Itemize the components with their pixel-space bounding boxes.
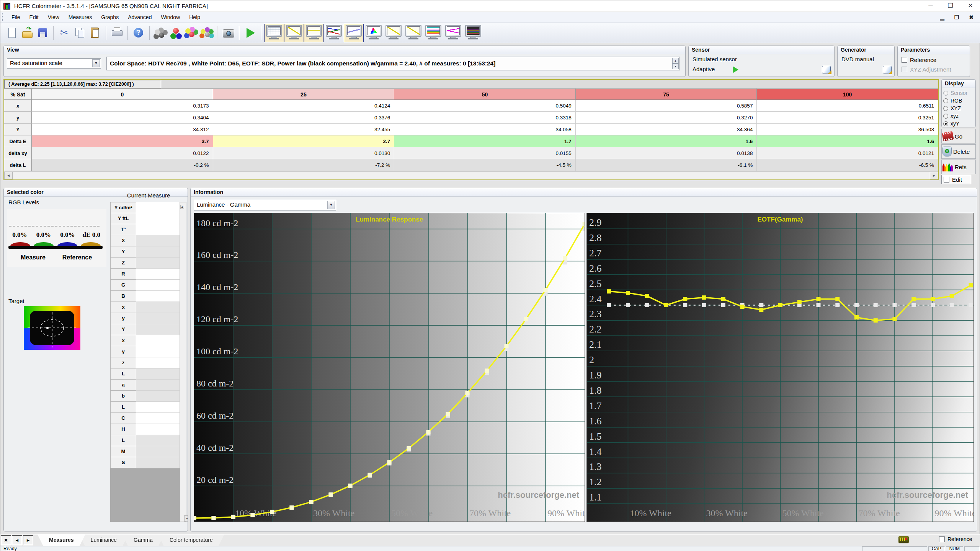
print-button[interactable] (109, 25, 124, 41)
table-cell[interactable]: 2.7 (213, 135, 395, 147)
table-cell[interactable]: 34.058 (394, 124, 576, 135)
view-luminance-graph[interactable] (284, 24, 304, 42)
radio-icon[interactable] (943, 114, 948, 119)
table-cell[interactable]: 0.0122 (32, 147, 213, 159)
measure-colorchecker-button[interactable] (199, 25, 214, 41)
measure-saturations-button[interactable] (183, 25, 199, 41)
tab-measures[interactable]: Measures (38, 535, 85, 546)
table-cell[interactable]: 0.3376 (213, 112, 395, 124)
scroll-right-icon[interactable]: ► (930, 172, 938, 179)
reference-checkbox-bottom[interactable] (939, 536, 945, 542)
edit-button[interactable]: Edit (941, 175, 971, 184)
measure-grayscale-button[interactable] (153, 25, 168, 41)
measure-primaries-button[interactable] (168, 25, 183, 41)
table-cell[interactable]: 0.3270 (576, 112, 757, 124)
close-tab-button[interactable]: ✕ (1, 535, 11, 545)
table-cell[interactable]: 0.0130 (213, 147, 395, 159)
table-cell[interactable]: -4.5 % (394, 159, 576, 171)
delete-button[interactable]: Delete (941, 144, 976, 159)
table-cell[interactable]: 32.455 (213, 124, 395, 135)
reference-checkbox-bottom-row[interactable]: Reference (939, 536, 972, 542)
view-rgb-levels-graph[interactable] (324, 24, 344, 42)
view-gamma-graph[interactable] (304, 24, 324, 42)
table-cell[interactable]: 0.3251 (757, 112, 938, 124)
mdi-restore-button[interactable]: ❐ (954, 14, 959, 20)
radio-icon[interactable] (943, 98, 948, 103)
table-cell[interactable]: 34.312 (32, 124, 213, 135)
table-cell[interactable]: 1.6 (757, 135, 938, 147)
view-color-levels-graph[interactable] (423, 24, 443, 42)
menu-advanced[interactable]: Advanced (123, 12, 156, 23)
restore-button[interactable]: ❐ (941, 0, 960, 11)
display-option-xyy[interactable]: xyY (943, 120, 974, 127)
display-option-xyz[interactable]: XYZ (943, 104, 974, 112)
tab-gamma[interactable]: Gamma (122, 535, 164, 546)
menu-measures[interactable]: Measures (64, 12, 96, 23)
new-file-button[interactable] (4, 25, 20, 41)
colorimeter-device-icon[interactable] (898, 536, 909, 543)
minimize-button[interactable]: ─ (921, 0, 941, 11)
paste-button[interactable] (87, 25, 103, 41)
table-cell[interactable]: -6.1 % (576, 159, 757, 171)
tab-color-temperature[interactable]: Color temperature (158, 535, 224, 546)
table-cell[interactable]: 0.5049 (394, 100, 576, 112)
table-cell[interactable]: 0.3318 (394, 112, 576, 124)
menu-view[interactable]: View (43, 12, 64, 23)
view-nearblack-graph[interactable] (344, 24, 364, 42)
scale-selector-dropdown[interactable]: Red saturation scale ▼ (7, 58, 101, 68)
save-button[interactable] (35, 25, 50, 41)
table-cell[interactable]: 3.7 (32, 135, 213, 147)
close-button[interactable]: ✕ (960, 0, 980, 11)
horizontal-scrollbar[interactable]: ◄ ► (4, 171, 938, 179)
menu-file[interactable]: File (7, 12, 25, 23)
capture-snapshot-button[interactable] (220, 25, 236, 41)
mdi-minimize-button[interactable]: ▁ (940, 14, 944, 20)
menu-graphs[interactable]: Graphs (96, 12, 123, 23)
help-button[interactable] (131, 25, 146, 41)
next-tab-button[interactable]: ► (23, 535, 33, 545)
table-cell[interactable]: -7.2 % (213, 159, 395, 171)
prev-tab-button[interactable]: ◄ (12, 535, 22, 545)
tab-luminance[interactable]: Luminance (79, 535, 129, 546)
info-spinner[interactable]: ▲▼ (672, 58, 679, 69)
table-cell[interactable]: -6.5 % (757, 159, 938, 171)
display-option-rgb[interactable]: RGB (943, 97, 974, 104)
table-cell[interactable]: 34.364 (576, 124, 757, 135)
go-button[interactable]: Go (941, 129, 976, 143)
chevron-down-icon[interactable]: ▼ (327, 201, 335, 209)
table-cell[interactable]: 1.7 (394, 135, 576, 147)
table-cell[interactable]: 0.3404 (32, 112, 213, 124)
view-free-measures-graph[interactable] (463, 24, 483, 42)
table-cell[interactable]: 1.6 (576, 135, 757, 147)
scroll-up-icon[interactable]: ▲ (180, 205, 184, 209)
menu-edit[interactable]: Edit (25, 12, 43, 23)
edit-checkbox[interactable] (944, 177, 949, 183)
sensor-play-icon[interactable] (733, 66, 738, 73)
cut-button[interactable] (57, 25, 72, 41)
reference-checkbox-row[interactable]: Reference (902, 57, 936, 63)
copy-button[interactable] (72, 25, 87, 41)
scroll-left-icon[interactable]: ◄ (4, 172, 13, 179)
run-measures-button[interactable] (242, 25, 258, 41)
mdi-close-button[interactable]: ✖ (969, 14, 973, 20)
menu-window[interactable]: Window (156, 12, 185, 23)
table-cell[interactable]: -0.2 % (32, 159, 213, 171)
view-luminance-secondary[interactable] (384, 24, 403, 42)
view-saturation-shift-graph[interactable] (443, 24, 463, 42)
generator-config-icon[interactable] (883, 66, 892, 73)
scroll-down-icon[interactable]: ▼ (184, 515, 188, 522)
graph-selector-dropdown[interactable]: Luminance - Gamma ▼ (194, 200, 336, 210)
view-measures-grid[interactable] (264, 24, 284, 42)
table-cell[interactable]: 0.4124 (213, 100, 395, 112)
display-option-xyz[interactable]: xyz (943, 112, 974, 120)
open-file-button[interactable] (20, 25, 35, 41)
view-gamma-secondary[interactable] (403, 24, 423, 42)
refs-button[interactable]: Refs (941, 160, 976, 174)
radio-icon[interactable] (943, 106, 948, 111)
table-cell[interactable]: 0.6511 (757, 100, 938, 112)
table-cell[interactable]: 36.503 (757, 124, 938, 135)
radio-icon[interactable] (943, 121, 948, 126)
chevron-down-icon[interactable]: ▼ (92, 59, 100, 67)
table-cell[interactable]: 0.3173 (32, 100, 213, 112)
view-cie-chart[interactable] (364, 24, 384, 42)
